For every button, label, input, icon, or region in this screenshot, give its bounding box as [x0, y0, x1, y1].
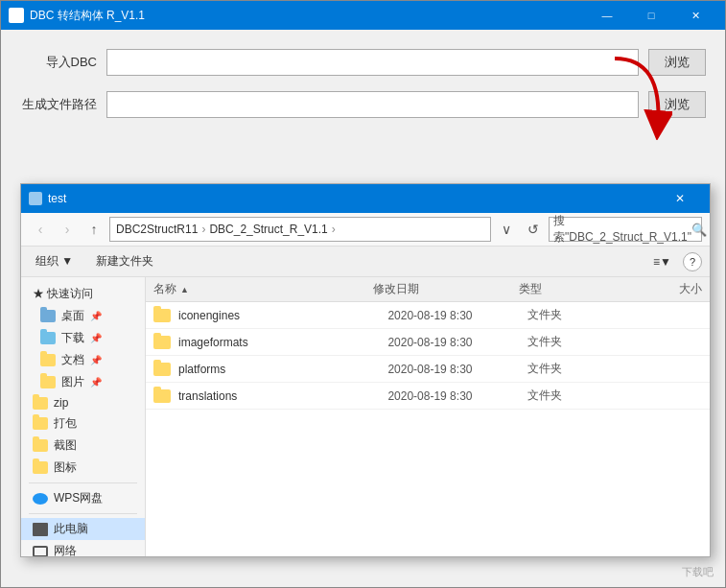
help-button[interactable]: ?	[683, 252, 702, 271]
sidebar-item-icons[interactable]: 图标	[21, 457, 145, 479]
sidebar-item-docs[interactable]: 文档 📌	[21, 349, 145, 371]
sidebar-item-cloud[interactable]: WPS网盘	[21, 487, 145, 509]
import-input[interactable]	[106, 49, 639, 76]
new-folder-button[interactable]: 新建文件夹	[87, 250, 162, 272]
pc-icon	[33, 523, 48, 536]
file-type: 文件夹	[527, 388, 632, 404]
sidebar-item-pc[interactable]: 此电脑	[21, 518, 145, 540]
breadcrumb-part2[interactable]: DBC_2_Struct_R_V1.1	[209, 223, 327, 236]
close-button[interactable]: ✕	[673, 1, 717, 30]
zip-label: zip	[54, 396, 68, 410]
file-rows-container: iconengines 2020-08-19 8:30 文件夹 imagefor…	[146, 302, 710, 410]
organize-button[interactable]: 组织 ▼	[29, 250, 80, 272]
col-date-header[interactable]: 修改日期	[373, 281, 520, 297]
file-date: 2020-08-19 8:30	[387, 363, 527, 376]
dialog-close-button[interactable]: ✕	[658, 184, 702, 213]
pin-icon-desktop: 📌	[90, 311, 102, 321]
network-label: 网络	[54, 543, 77, 556]
sidebar-item-screenshot[interactable]: 截图	[21, 435, 145, 457]
icons-label: 图标	[54, 459, 77, 476]
file-list-header: 名称 ▲ 修改日期 类型 大小	[146, 277, 710, 302]
sidebar-item-download[interactable]: 下载 📌	[21, 327, 145, 349]
pc-label: 此电脑	[54, 521, 88, 537]
sidebar-item-network[interactable]: 网络	[21, 540, 145, 556]
dialog-title-bar: test ✕	[21, 184, 710, 213]
view-button[interactable]: ≡▼	[649, 253, 675, 270]
output-input[interactable]	[106, 91, 639, 118]
app-content: 导入DBC 浏览 生成文件路径 浏览	[1, 30, 725, 143]
file-dialog: test ✕ ‹ › ↑ DBC2StructR11 › DBC_2_Struc…	[20, 183, 711, 557]
forward-button[interactable]: ›	[56, 218, 79, 241]
col-size-header[interactable]: 大小	[629, 281, 702, 297]
pics-folder-icon	[40, 376, 56, 388]
dialog-toolbar2: 组织 ▼ 新建文件夹 ≡▼ ?	[21, 247, 710, 277]
download-folder-icon	[40, 332, 56, 344]
sidebar-item-pack[interactable]: 打包	[21, 412, 145, 435]
col-name-header[interactable]: 名称 ▲	[153, 281, 373, 297]
download-label: 下载	[61, 330, 84, 346]
file-date: 2020-08-19 8:30	[387, 336, 527, 349]
breadcrumb: DBC2StructR11 › DBC_2_Struct_R_V1.1 ›	[109, 217, 491, 242]
search-bar: 搜索"DBC_2_Struct_R_V1.1" 🔍	[549, 217, 702, 242]
file-name: iconengines	[178, 309, 387, 322]
dialog-toolbar: ‹ › ↑ DBC2StructR11 › DBC_2_Struct_R_V1.…	[21, 213, 710, 247]
zip-folder-icon	[33, 397, 48, 410]
docs-folder-icon	[40, 354, 56, 366]
sidebar-item-zip[interactable]: zip	[21, 393, 145, 412]
quickaccess-label: ★ 快速访问	[33, 286, 93, 302]
dialog-title: test	[48, 192, 658, 205]
breadcrumb-sep1: ›	[201, 223, 205, 236]
breadcrumb-sep2: ›	[332, 223, 336, 236]
breadcrumb-part1[interactable]: DBC2StructR11	[116, 223, 198, 236]
app-title: DBC 转结构体 R_V1.1	[30, 8, 585, 24]
pack-folder-icon	[33, 417, 48, 430]
sidebar-item-desktop[interactable]: 桌面 📌	[21, 305, 145, 327]
import-browse-button[interactable]: 浏览	[648, 49, 706, 76]
breadcrumb-dropdown-button[interactable]: ∨	[495, 218, 518, 241]
cloud-icon	[33, 493, 48, 505]
file-type: 文件夹	[527, 334, 632, 350]
file-folder-icon	[153, 336, 171, 349]
pin-icon-download: 📌	[90, 333, 102, 343]
pics-label: 图片	[61, 374, 84, 390]
cloud-label: WPS网盘	[54, 490, 103, 506]
sidebar-divider2	[29, 513, 137, 514]
table-row[interactable]: platforms 2020-08-19 8:30 文件夹	[146, 356, 710, 383]
pin-icon-pics: 📌	[90, 377, 102, 388]
docs-label: 文档	[61, 352, 84, 368]
title-bar-buttons: — □ ✕	[585, 1, 717, 30]
minimize-button[interactable]: —	[585, 1, 629, 30]
sidebar-divider1	[29, 482, 137, 483]
search-button[interactable]: 🔍	[691, 220, 707, 239]
sort-asc-icon: ▲	[180, 285, 189, 294]
up-button[interactable]: ↑	[82, 218, 105, 241]
refresh-button[interactable]: ↺	[522, 218, 545, 241]
pin-icon-docs: 📌	[90, 355, 102, 365]
app-icon	[9, 8, 24, 23]
file-date: 2020-08-19 8:30	[387, 389, 527, 403]
file-name: translations	[178, 389, 387, 403]
output-browse-button[interactable]: 浏览	[648, 91, 706, 118]
file-date: 2020-08-19 8:30	[387, 309, 527, 322]
dialog-icon	[29, 192, 42, 205]
import-label: 导入DBC	[20, 54, 97, 71]
file-folder-icon	[153, 363, 171, 376]
screenshot-label: 截图	[54, 437, 77, 454]
table-row[interactable]: imageformats 2020-08-19 8:30 文件夹	[146, 329, 710, 356]
screenshot-folder-icon	[33, 439, 48, 452]
network-icon	[33, 546, 48, 557]
desktop-label: 桌面	[61, 308, 84, 324]
dialog-sidebar: ★ 快速访问 桌面 📌 下载 📌 文档 📌	[21, 277, 146, 556]
maximize-button[interactable]: □	[629, 1, 673, 30]
file-type: 文件夹	[527, 307, 632, 323]
icons-folder-icon	[33, 461, 48, 474]
table-row[interactable]: iconengines 2020-08-19 8:30 文件夹	[146, 302, 710, 329]
file-folder-icon	[153, 309, 171, 322]
import-row: 导入DBC 浏览	[20, 49, 706, 76]
sidebar-item-pics[interactable]: 图片 📌	[21, 371, 145, 393]
dialog-main: ★ 快速访问 桌面 📌 下载 📌 文档 📌	[21, 277, 710, 556]
back-button[interactable]: ‹	[29, 218, 52, 241]
table-row[interactable]: translations 2020-08-19 8:30 文件夹	[146, 383, 710, 410]
file-type: 文件夹	[527, 361, 632, 377]
col-type-header[interactable]: 类型	[519, 281, 628, 297]
